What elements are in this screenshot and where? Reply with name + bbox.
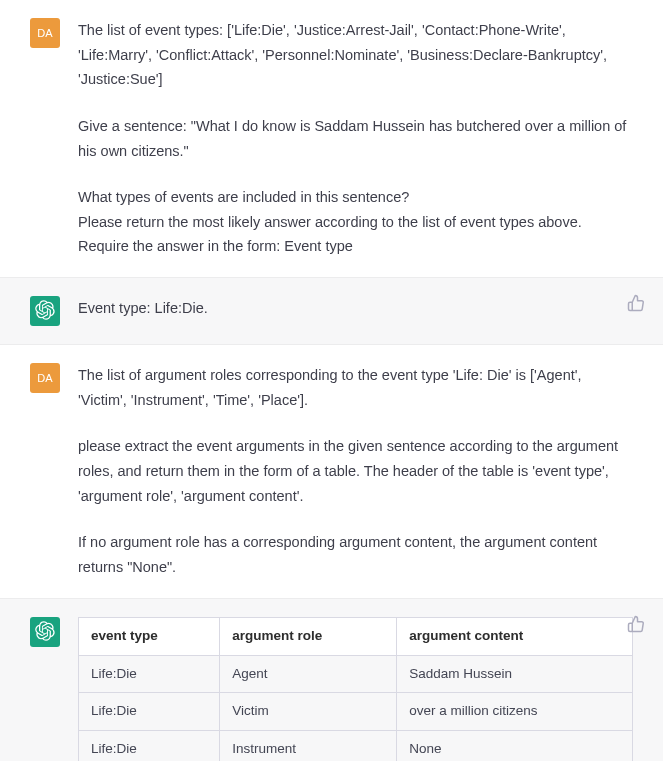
- avatar-label: DA: [37, 27, 52, 39]
- table-header: argument role: [220, 617, 397, 655]
- message-text: Require the answer in the form: Event ty…: [78, 234, 633, 259]
- openai-icon: [35, 300, 55, 322]
- table-row: Life:Die Victim over a million citizens: [79, 693, 633, 731]
- openai-icon: [35, 621, 55, 643]
- table-cell: Life:Die: [79, 731, 220, 761]
- message-text: Event type: Life:Die.: [78, 296, 633, 321]
- avatar-assistant: [30, 296, 60, 326]
- avatar-label: DA: [37, 372, 52, 384]
- message-text: please extract the event arguments in th…: [78, 434, 633, 508]
- table-header: event type: [79, 617, 220, 655]
- table-cell: Saddam Hussein: [397, 655, 633, 693]
- message-text: The list of argument roles corresponding…: [78, 363, 633, 412]
- thumbs-up-icon[interactable]: [627, 615, 645, 633]
- message-text: Please return the most likely answer acc…: [78, 210, 633, 235]
- table-cell: Instrument: [220, 731, 397, 761]
- chat-message-assistant: Event type: Life:Die.: [0, 277, 663, 345]
- result-table: event type argument role argument conten…: [78, 617, 633, 761]
- avatar-assistant: [30, 617, 60, 647]
- message-text: Give a sentence: "What I do know is Sadd…: [78, 114, 633, 163]
- table-header-row: event type argument role argument conten…: [79, 617, 633, 655]
- chat-message-user: DA The list of event types: ['Life:Die',…: [0, 0, 663, 277]
- message-text: If no argument role has a corresponding …: [78, 530, 633, 579]
- message-content: The list of event types: ['Life:Die', 'J…: [78, 18, 633, 259]
- chat-message-user: DA The list of argument roles correspond…: [0, 345, 663, 597]
- table-cell: Agent: [220, 655, 397, 693]
- avatar-user: DA: [30, 18, 60, 48]
- table-cell: Life:Die: [79, 655, 220, 693]
- table-cell: None: [397, 731, 633, 761]
- table-cell: Life:Die: [79, 693, 220, 731]
- table-cell: Victim: [220, 693, 397, 731]
- table-row: Life:Die Instrument None: [79, 731, 633, 761]
- message-content: Event type: Life:Die.: [78, 296, 633, 326]
- message-content: The list of argument roles corresponding…: [78, 363, 633, 579]
- chat-message-assistant: event type argument role argument conten…: [0, 598, 663, 761]
- message-content: event type argument role argument conten…: [78, 617, 633, 761]
- message-text: What types of events are included in thi…: [78, 185, 633, 210]
- message-text: The list of event types: ['Life:Die', 'J…: [78, 18, 633, 92]
- table-header: argument content: [397, 617, 633, 655]
- table-row: Life:Die Agent Saddam Hussein: [79, 655, 633, 693]
- table-cell: over a million citizens: [397, 693, 633, 731]
- thumbs-up-icon[interactable]: [627, 294, 645, 312]
- avatar-user: DA: [30, 363, 60, 393]
